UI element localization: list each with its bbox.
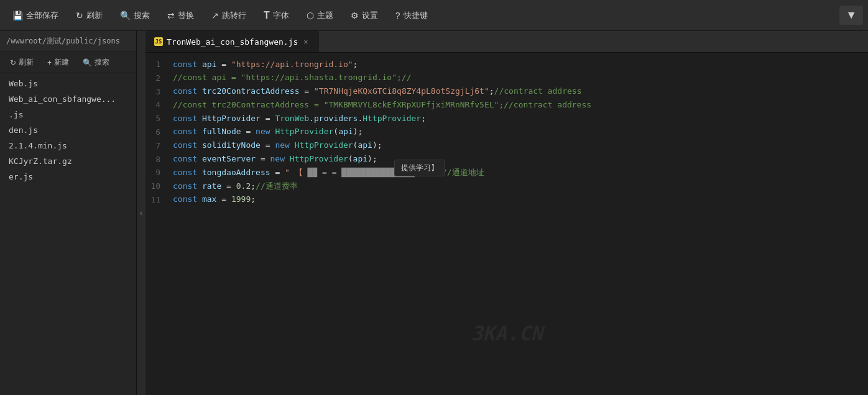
line-content: const trc20ContractAddress = "TR7NHqjeKQ… xyxy=(170,85,868,99)
jump-button[interactable]: ↗ 跳转行 xyxy=(204,7,254,24)
line-number: 11 xyxy=(145,193,170,207)
code-line-5: 5 const HttpProvider = TronWeb.providers… xyxy=(145,112,868,125)
tab-bar: JS TronWeb_ai_con_sbfangwen.js ✕ xyxy=(145,31,868,53)
save-all-button[interactable]: 💾 全部保存 xyxy=(5,7,66,24)
collapse-handle[interactable]: ‹ xyxy=(137,31,145,395)
code-line-6: 6 const fullNode = new HttpProvider(api)… xyxy=(145,125,868,139)
line-number: 2 xyxy=(145,71,170,85)
code-line-3: 3 const trc20ContractAddress = "TR7NHqje… xyxy=(145,85,868,99)
editor-area: JS TronWeb_ai_con_sbfangwen.js ✕ 1 const… xyxy=(145,31,868,395)
jump-icon: ↗ xyxy=(211,11,219,20)
line-number: 10 xyxy=(145,179,170,193)
search-icon: 🔍 xyxy=(120,11,131,20)
sidebar-refresh-button[interactable]: ↻ 刷新 xyxy=(5,55,39,70)
line-number: 9 xyxy=(145,166,170,179)
sidebar-item-tar[interactable]: KCJyrZ.tar.gz xyxy=(0,153,136,169)
line-number: 5 xyxy=(145,112,170,125)
sidebar-item-den[interactable]: den.js xyxy=(0,122,136,138)
chevron-left-icon: ‹ xyxy=(139,209,143,217)
code-line-11: 11 const max = 1999; xyxy=(145,193,868,207)
sidebar-item-er[interactable]: er.js xyxy=(0,169,136,184)
gear-icon: ⚙ xyxy=(351,11,359,20)
line-content: //const trc20ContractAddress = "TMKBMRVY… xyxy=(170,98,868,112)
sidebar-item-min[interactable]: 2.1.4.min.js xyxy=(0,138,136,153)
code-line-8: 8 const eventServer = new HttpProvider(a… xyxy=(145,153,868,166)
line-content: const solidityNode = new HttpProvider(ap… xyxy=(170,139,868,153)
line-content: const api = "https://api.trongrid.io"; xyxy=(170,58,868,71)
shortcut-button[interactable]: ? 快捷键 xyxy=(388,7,435,24)
line-number: 7 xyxy=(145,139,170,153)
sidebar-path: /wwwroot/测试/public/jsons xyxy=(0,31,136,52)
theme-button[interactable]: ⬡ 主题 xyxy=(299,7,341,24)
code-line-9: 9 const tongdaoAddress = " 【 ██ = = ████… xyxy=(145,166,868,179)
tab-close-button[interactable]: ✕ xyxy=(302,37,310,47)
code-line-4: 4 //const trc20ContractAddress = "TMKBMR… xyxy=(145,98,868,112)
line-content: //const api = "https://api.shasta.trongr… xyxy=(170,71,868,85)
code-line-10: 10 const rate = 0.2;//通道费率 xyxy=(145,179,868,193)
add-icon: + xyxy=(47,58,52,67)
refresh-button[interactable]: ↻ 刷新 xyxy=(68,7,110,24)
help-icon: ? xyxy=(395,11,400,20)
settings-button[interactable]: ⚙ 设置 xyxy=(343,7,386,24)
search-icon: 🔍 xyxy=(83,58,92,67)
sidebar-toolbar: ↻ 刷新 + 新建 🔍 搜索 xyxy=(0,52,136,73)
sidebar-item-web-ai[interactable]: Web_ai_con_sbfangwe... xyxy=(0,91,136,107)
sidebar-file-list: Web.js Web_ai_con_sbfangwe... .js den.js… xyxy=(0,73,136,395)
code-line-2: 2 //const api = "https://api.shasta.tron… xyxy=(145,71,868,85)
code-line-7: 7 const solidityNode = new HttpProvider(… xyxy=(145,139,868,153)
js-file-icon: JS xyxy=(154,37,163,46)
replace-button[interactable]: ⇄ 替换 xyxy=(160,7,201,24)
search-button[interactable]: 🔍 搜索 xyxy=(113,7,157,24)
sidebar-item-js[interactable]: .js xyxy=(0,107,136,122)
save-icon: 💾 xyxy=(12,11,23,20)
line-number: 8 xyxy=(145,153,170,166)
watermark: 3KA.CN xyxy=(471,322,543,345)
code-line-1: 1 const api = "https://api.trongrid.io"; xyxy=(145,58,868,71)
line-content: const eventServer = new HttpProvider(api… xyxy=(170,153,868,166)
font-button[interactable]: T 字体 xyxy=(256,7,297,24)
tab-filename: TronWeb_ai_con_sbfangwen.js xyxy=(167,37,298,47)
line-content: const max = 1999; xyxy=(170,193,868,207)
line-content: const fullNode = new HttpProvider(api); xyxy=(170,125,868,139)
tab-tronweb[interactable]: JS TronWeb_ai_con_sbfangwen.js ✕ xyxy=(145,31,319,52)
font-icon: T xyxy=(264,10,270,21)
refresh-icon: ↻ xyxy=(10,58,16,67)
line-number: 1 xyxy=(145,58,170,71)
sidebar-new-button[interactable]: + 新建 xyxy=(42,55,74,70)
line-content: const rate = 0.2;//通道费率 xyxy=(170,179,868,193)
code-table: 1 const api = "https://api.trongrid.io";… xyxy=(145,58,868,207)
expand-button[interactable]: ▼ xyxy=(839,6,863,25)
line-number: 3 xyxy=(145,85,170,99)
replace-icon: ⇄ xyxy=(167,11,175,20)
main-area: /wwwroot/测试/public/jsons ↻ 刷新 + 新建 🔍 搜索 … xyxy=(0,31,868,395)
line-number: 6 xyxy=(145,125,170,139)
refresh-icon: ↻ xyxy=(76,11,83,20)
code-editor[interactable]: 1 const api = "https://api.trongrid.io";… xyxy=(145,53,868,395)
theme-icon: ⬡ xyxy=(307,11,314,20)
toolbar: 💾 全部保存 ↻ 刷新 🔍 搜索 ⇄ 替换 ↗ 跳转行 T 字体 ⬡ 主题 ⚙ … xyxy=(0,0,868,31)
line-number: 4 xyxy=(145,98,170,112)
sidebar-item-web-js[interactable]: Web.js xyxy=(0,76,136,91)
sidebar-search-button[interactable]: 🔍 搜索 xyxy=(78,55,114,70)
sidebar: /wwwroot/测试/public/jsons ↻ 刷新 + 新建 🔍 搜索 … xyxy=(0,31,137,395)
line-content: const HttpProvider = TronWeb.providers.H… xyxy=(170,112,868,125)
line-content: const tongdaoAddress = " 【 ██ = = ██████… xyxy=(170,166,868,179)
